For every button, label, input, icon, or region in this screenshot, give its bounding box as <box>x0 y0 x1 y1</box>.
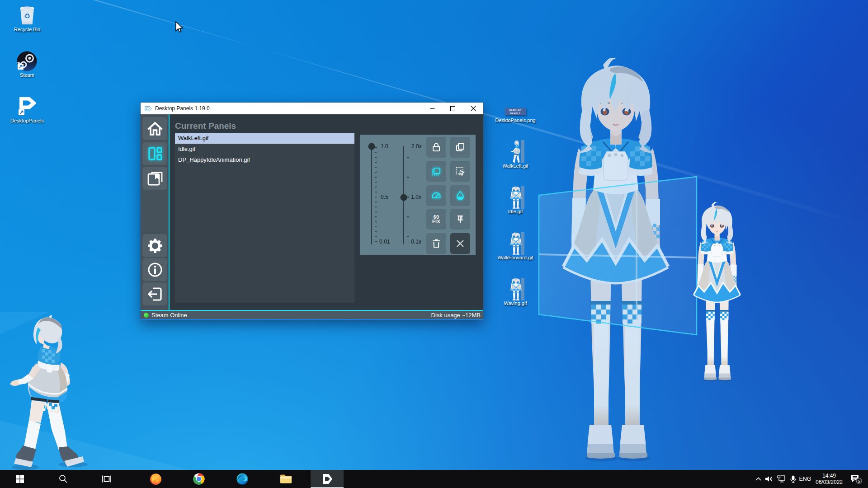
svg-text:♻: ♻ <box>24 12 30 20</box>
svg-text:5: 5 <box>858 479 860 483</box>
